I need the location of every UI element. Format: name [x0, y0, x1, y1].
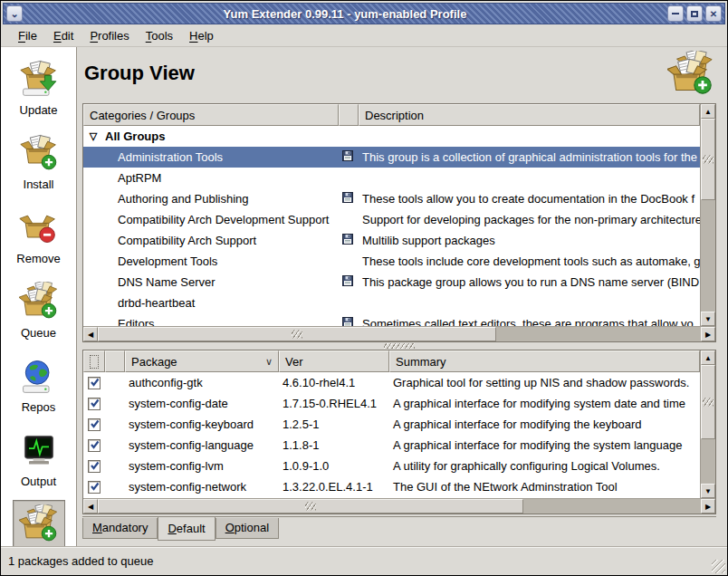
scroll-track[interactable]	[701, 439, 715, 484]
group-row[interactable]: Administration ToolsThis group is a coll…	[83, 147, 700, 168]
package-row[interactable]: system-config-date1.7.15-0.RHEL4.1A grap…	[83, 393, 700, 414]
tab-mandatory[interactable]: Mandatory	[82, 518, 158, 539]
group-description: Support for developing packages for the …	[359, 213, 700, 226]
column-header-description[interactable]: Description	[359, 104, 700, 126]
floppy-icon	[342, 275, 353, 289]
menu-edit[interactable]: Edit	[45, 26, 81, 45]
group-row[interactable]: AptRPM	[83, 168, 700, 188]
minimize-icon	[672, 13, 679, 14]
queue-icon	[19, 282, 59, 324]
package-horizontal-scrollbar[interactable]: ◀ ▶	[83, 498, 715, 514]
scroll-left-icon[interactable]: ◀	[83, 327, 98, 341]
sidebar-item-update[interactable]: Update	[13, 54, 65, 121]
column-header-summary[interactable]: Summary	[389, 350, 700, 372]
thumb-grip	[703, 398, 714, 407]
close-button[interactable]: ✕	[705, 5, 722, 22]
scroll-track[interactable]	[701, 200, 715, 312]
repos-icon	[19, 356, 59, 398]
group-name-cell: Development Tools	[83, 254, 339, 268]
group-row[interactable]: Compatibility Arch Development SupportSu…	[83, 209, 700, 230]
menu-file[interactable]: File	[10, 26, 45, 45]
app-window: ⌄ Yum Extender 0.99.11 - yum-enabled Pro…	[0, 0, 728, 576]
package-summary: A graphical interface for modifying the …	[389, 438, 700, 452]
group-vertical-scrollbar[interactable]: ▲ ▼	[700, 104, 715, 326]
sidebar-item-remove[interactable]: Remove	[10, 203, 66, 270]
scroll-left-icon[interactable]: ◀	[83, 499, 98, 514]
select-all-box	[90, 355, 99, 369]
update-icon	[19, 59, 59, 101]
menubar: FileEditProfilesToolsHelp	[1, 24, 727, 47]
sidebar-item-install[interactable]: Install	[13, 129, 65, 196]
scroll-up-icon[interactable]: ▲	[701, 104, 715, 119]
titlebar[interactable]: ⌄ Yum Extender 0.99.11 - yum-enabled Pro…	[3, 3, 725, 24]
package-row[interactable]: system-config-language1.1.8-1A graphical…	[83, 435, 700, 456]
package-hscroll-thumb[interactable]	[98, 499, 523, 514]
checkbox-checked[interactable]	[88, 481, 101, 494]
expander-open-icon[interactable]: ▽	[87, 130, 100, 142]
statusbar: 1 packages added to queue	[1, 546, 727, 575]
group-label: Compatibility Arch Support	[118, 234, 256, 247]
thumb-grip	[292, 331, 302, 339]
checkbox-checked[interactable]	[88, 377, 101, 389]
tab-default[interactable]: Default	[158, 516, 215, 541]
sidebar-item-repos[interactable]: Repos	[13, 351, 65, 418]
group-row[interactable]: Authoring and PublishingThese tools allo…	[83, 188, 700, 209]
main-panel: Group View Categories / Groups Descripti…	[77, 47, 727, 546]
group-row[interactable]: ▽All Groups	[83, 126, 700, 147]
minimize-button[interactable]	[667, 5, 684, 22]
group-row[interactable]: drbd-heartbeat	[83, 293, 700, 313]
package-row[interactable]: authconfig-gtk4.6.10-rhel4.1Graphical to…	[83, 372, 700, 393]
package-name-text: system-config-language	[129, 438, 254, 452]
package-row[interactable]: system-config-keyboard1.2.5-1A graphical…	[83, 414, 700, 435]
tab-optional[interactable]: Optional	[216, 518, 279, 539]
package-row[interactable]: system-config-lvm1.0.9-1.0A utility for …	[83, 456, 700, 476]
scroll-track[interactable]	[523, 499, 701, 514]
checkbox-checked[interactable]	[88, 439, 101, 452]
pane-splitter[interactable]	[82, 342, 716, 350]
group-hscroll-thumb[interactable]	[98, 327, 496, 341]
column-header-categories-groups[interactable]: Categories / Groups	[83, 104, 339, 126]
group-horizontal-scrollbar[interactable]: ◀ ▶	[83, 326, 715, 341]
package-summary-text: The GUI of the NEtwork Adminstration Too…	[393, 480, 618, 494]
menu-help[interactable]: Help	[181, 26, 222, 45]
group-row[interactable]: EditorsSometimes called text editors, th…	[83, 313, 700, 326]
checkbox-checked[interactable]	[88, 460, 101, 473]
resize-grip[interactable]	[712, 560, 725, 573]
checkbox-checked[interactable]	[88, 418, 101, 431]
group-vscroll-thumb[interactable]	[701, 119, 715, 200]
maximize-button[interactable]	[686, 5, 703, 22]
group-row[interactable]: Development ToolsThese tools include cor…	[83, 251, 700, 272]
menu-tools[interactable]: Tools	[138, 26, 181, 45]
column-header-select[interactable]	[83, 350, 105, 372]
package-version-text: 1.1.8-1	[283, 438, 319, 452]
menu-profiles[interactable]: Profiles	[81, 26, 137, 45]
column-header-group-icon[interactable]	[339, 104, 359, 126]
group-name-cell: DNS Name Server	[83, 275, 339, 289]
group-description: This group is a collection of graphical …	[359, 150, 700, 164]
package-version: 1.0.9-1.0	[279, 459, 389, 473]
sidebar-item-label: Output	[21, 475, 56, 488]
sidebar-item-output[interactable]: Output	[13, 426, 65, 493]
group-row[interactable]: Compatibility Arch SupportMultilib suppo…	[83, 230, 700, 251]
scroll-up-icon[interactable]: ▲	[701, 350, 715, 365]
package-summary-text: Graphical tool for setting up NIS and sh…	[393, 376, 689, 389]
package-vscroll-thumb[interactable]	[701, 365, 715, 439]
checkbox-checked[interactable]	[88, 398, 101, 410]
group-row[interactable]: DNS Name ServerThis package group allows…	[83, 272, 700, 293]
window-menu-button[interactable]: ⌄	[6, 5, 23, 22]
package-select-cell	[83, 460, 105, 473]
group-label: Administration Tools	[118, 150, 223, 164]
package-vertical-scrollbar[interactable]: ▲ ▼	[700, 350, 715, 498]
sidebar-item-queue[interactable]: Queue	[13, 277, 65, 344]
column-header-ver[interactable]: Ver	[279, 350, 389, 372]
scroll-right-icon[interactable]: ▶	[701, 499, 715, 514]
column-header-status[interactable]	[105, 350, 125, 372]
group-description-text: These tools allow you to create document…	[362, 192, 694, 206]
scroll-right-icon[interactable]: ▶	[701, 327, 715, 341]
column-header-package[interactable]: Package∨	[125, 350, 279, 372]
scroll-track[interactable]	[496, 327, 701, 341]
package-row[interactable]: system-config-network1.3.22.0.EL.4.1-1Th…	[83, 476, 700, 497]
package-type-tabs: MandatoryDefaultOptional	[82, 516, 716, 542]
scroll-down-icon[interactable]: ▼	[701, 312, 715, 326]
scroll-down-icon[interactable]: ▼	[701, 484, 715, 498]
